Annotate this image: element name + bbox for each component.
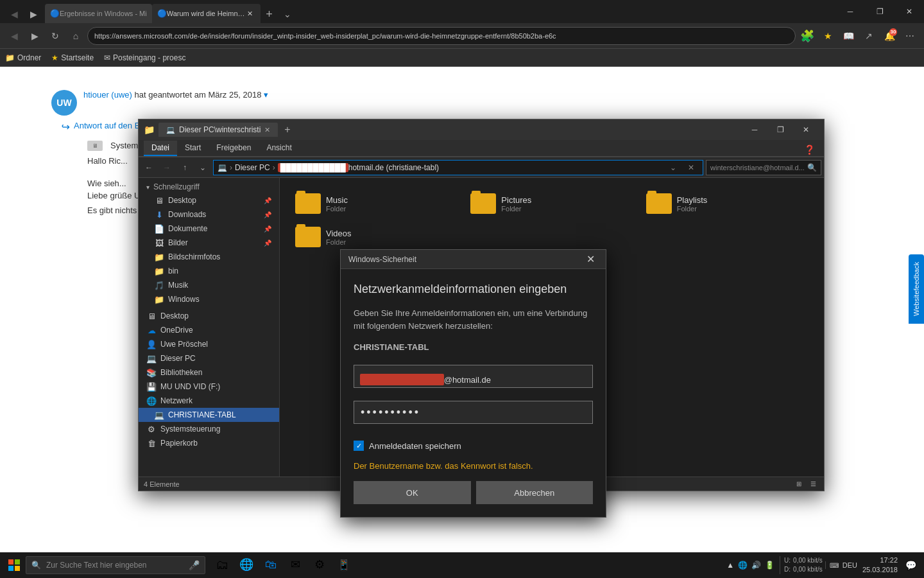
feedback-button[interactable]: Websitefeedback <box>909 254 924 324</box>
sidebar-item-bin[interactable]: 📁 bin <box>139 264 279 278</box>
fe-help-btn[interactable]: ❓ <box>800 143 819 156</box>
fe-path-part-1[interactable]: Dieser PC <box>235 163 270 172</box>
tray-notification-icon[interactable]: 💬 <box>905 560 916 570</box>
folder-playlists[interactable]: Playlists Folder <box>641 188 814 219</box>
browser-restore-btn[interactable]: ❐ <box>865 0 894 23</box>
folder-pictures[interactable]: Pictures Folder <box>465 188 638 219</box>
taskbar-app-store[interactable]: 🛍 <box>259 554 282 577</box>
sidebar-item-downloads[interactable]: ⬇ Downloads 📌 <box>139 207 279 222</box>
fe-address-path[interactable]: 💻 › Dieser PC › ████████████ hotmail.de … <box>213 160 703 175</box>
start-button[interactable] <box>3 554 26 577</box>
folder-videos-icon <box>295 227 321 247</box>
chevron-down-icon[interactable]: ▾ <box>264 90 268 100</box>
sd-close-btn[interactable]: ✕ <box>583 252 598 267</box>
sidebar-item-musik[interactable]: 🎵 Musik <box>139 278 279 292</box>
sidebar-item-desktop-special[interactable]: 🖥 Desktop <box>139 309 279 323</box>
fe-back-btn[interactable]: ← <box>141 160 157 175</box>
fe-search-icon[interactable]: 🔍 <box>807 163 817 172</box>
sidebar-item-dieser-pc[interactable]: 💻 Dieser PC <box>139 351 279 365</box>
fe-ribbon-tab-datei[interactable]: Datei <box>144 141 177 156</box>
sd-checkbox-label[interactable]: Anmeldedaten speichern <box>369 441 461 451</box>
sidebar-item-systemsteuerung[interactable]: ⚙ Systemsteuerung <box>139 422 279 436</box>
taskbar-microphone-icon[interactable]: 🎤 <box>189 560 200 570</box>
folder-videos[interactable]: Videos Folder <box>290 222 463 252</box>
fe-forward-btn[interactable]: → <box>159 160 175 175</box>
nav-forward-btn[interactable]: ▶ <box>26 27 44 45</box>
nav-home-btn[interactable]: ⌂ <box>67 27 85 45</box>
taskbar-app-mail[interactable]: ✉ <box>284 554 307 577</box>
tab2-close-btn[interactable]: ✕ <box>245 8 255 19</box>
folder-music-info: Music Folder <box>326 195 458 213</box>
menu-btn[interactable]: ⋯ <box>901 27 919 45</box>
sidebar-item-mu-und-vid[interactable]: 💾 MU UND VID (F:) <box>139 380 279 394</box>
extensions-btn[interactable]: 🧩 <box>798 27 816 45</box>
favorites-btn[interactable]: ★ <box>819 27 837 45</box>
fe-grid-view-btn[interactable]: ⊞ <box>793 478 805 490</box>
taskbar-app-settings[interactable]: ⚙ <box>308 554 331 577</box>
taskbar-app-edge[interactable]: 🌐 <box>235 554 258 577</box>
sidebar-item-bibliotheken[interactable]: 📚 Bibliotheken <box>139 365 279 380</box>
sidebar-item-papierkorb[interactable]: 🗑 Papierkorb <box>139 436 279 450</box>
tray-language[interactable]: DEU <box>843 561 857 569</box>
fe-ribbon-tab-start[interactable]: Start <box>177 141 209 156</box>
bookmark-posteingang[interactable]: ✉ Posteingang - proesc <box>104 53 185 62</box>
tray-icon-1[interactable]: ▲ <box>726 561 734 570</box>
tray-battery-icon[interactable]: 🔋 <box>765 561 774 570</box>
net-up-val: 0,00 kbit/s <box>793 556 823 565</box>
reading-list-btn[interactable]: 📖 <box>839 27 857 45</box>
tray-volume-icon[interactable]: 🔊 <box>751 561 761 570</box>
browser-close-btn[interactable]: ✕ <box>894 0 924 23</box>
fe-search-box[interactable]: winterschristiane@hotmail.d... 🔍 <box>706 160 821 175</box>
sidebar-item-netzwerk[interactable]: 🌐 Netzwerk <box>139 394 279 408</box>
taskbar-clock[interactable]: 17:22 25.03.2018 <box>860 556 900 575</box>
tab-overflow-btn[interactable]: ⌄ <box>278 5 296 23</box>
taskbar-search[interactable]: 🔍 Zur Suche Text hier eingeben 🎤 <box>26 556 205 574</box>
taskbar-app-explorer[interactable]: 🗂 <box>210 554 234 577</box>
sidebar-item-bildschirmfotos[interactable]: 📁 Bildschirmfotos <box>139 250 279 264</box>
nav-refresh-btn[interactable]: ↻ <box>46 27 64 45</box>
browser-minimize-btn[interactable]: ─ <box>835 0 865 23</box>
fe-addr-dropdown-btn[interactable]: ⌄ <box>665 160 681 175</box>
share-btn[interactable]: ↗ <box>860 27 878 45</box>
fe-restore-btn[interactable]: ❐ <box>767 119 793 140</box>
fe-new-tab-btn[interactable]: + <box>284 124 290 136</box>
fe-up-btn[interactable]: ↑ <box>177 160 193 175</box>
bookmark-startseite[interactable]: ★ Startseite <box>51 53 94 62</box>
fe-ribbon-tab-ansicht[interactable]: Ansicht <box>259 141 299 156</box>
folder-music[interactable]: Music Folder <box>290 188 463 219</box>
sd-username-input[interactable] <box>354 365 593 388</box>
browser-tab-2[interactable]: 🔵 Warum wird die Heimn… ✕ <box>152 4 261 23</box>
browser-forward-btn[interactable]: ▶ <box>24 5 42 23</box>
browser-tab-1[interactable]: 🔵 Ergebnisse in Windows - Mi <box>45 4 152 23</box>
fe-tab-1[interactable]: 💻 Dieser PC\winterschristi ✕ <box>158 123 278 137</box>
sidebar-item-desktop[interactable]: 🖥 Desktop 📌 <box>139 193 279 207</box>
tray-keyboard-icon[interactable]: ⌨ <box>830 562 839 569</box>
sidebar-item-uwe[interactable]: 👤 Uwe Pröschel <box>139 337 279 351</box>
bookmark-ordner[interactable]: 📁 Ordner <box>5 53 41 62</box>
sd-ok-button[interactable]: OK <box>354 481 471 504</box>
sidebar-quick-access-expand-icon[interactable]: ▾ <box>146 184 150 191</box>
fe-tab-close-btn[interactable]: ✕ <box>264 126 270 134</box>
fe-ribbon-tab-freigeben[interactable]: Freigeben <box>209 141 259 156</box>
taskbar-app-extra[interactable]: 📱 <box>332 554 355 577</box>
fe-minimize-btn[interactable]: ─ <box>742 119 767 140</box>
sd-password-input[interactable] <box>354 401 593 424</box>
browser-back-btn[interactable]: ◀ <box>5 5 23 23</box>
address-bar[interactable]: https://answers.microsoft.com/de-de/insi… <box>87 27 796 45</box>
sidebar-item-onedrive[interactable]: ☁ OneDrive <box>139 323 279 337</box>
taskbar-net-stats: U: 0,00 kbit/s D: 0,00 kbit/s <box>780 556 823 574</box>
fe-close-btn[interactable]: ✕ <box>793 119 819 140</box>
fe-addr-refresh-btn[interactable]: ✕ <box>683 160 699 175</box>
sidebar-item-christiane-tabl[interactable]: 💻 CHRISTIANE-TABL <box>139 408 279 422</box>
sidebar-item-dokumente[interactable]: 📄 Dokumente 📌 <box>139 222 279 236</box>
new-tab-btn[interactable]: + <box>261 5 278 23</box>
nav-back-btn[interactable]: ◀ <box>5 27 23 45</box>
sd-save-credentials-checkbox[interactable]: ✓ <box>354 441 364 451</box>
sd-cancel-button[interactable]: Abbrechen <box>476 481 594 504</box>
fe-recent-btn[interactable]: ⌄ <box>195 160 210 175</box>
fe-list-view-btn[interactable]: ☰ <box>807 478 819 490</box>
sidebar-item-bilder[interactable]: 🖼 Bilder 📌 <box>139 236 279 250</box>
notification-btn[interactable]: 🔔 30 <box>880 27 898 45</box>
sidebar-item-windows[interactable]: 📁 Windows <box>139 292 279 306</box>
tray-network-icon[interactable]: 🌐 <box>738 561 748 570</box>
